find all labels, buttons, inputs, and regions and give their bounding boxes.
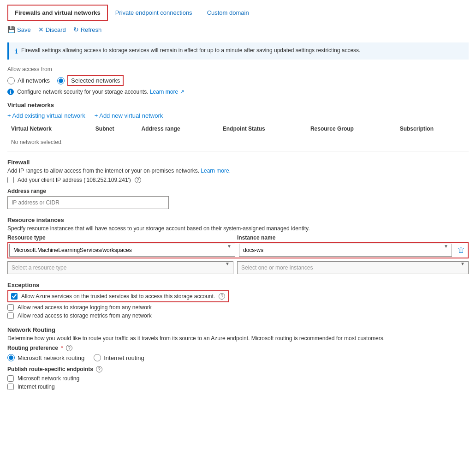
resource-type-header: Resource type — [7, 234, 233, 241]
firewall-section: Firewall Add IP ranges to allow access f… — [7, 159, 469, 209]
exception-item-2: Allow read access to storage logging fro… — [7, 304, 469, 311]
config-note: ℹ Configure network security for your st… — [7, 89, 469, 95]
instance-select-2[interactable]: Select one or more instances — [237, 261, 469, 274]
microsoft-routing-option[interactable]: Microsoft network routing — [7, 354, 84, 361]
save-icon: 💾 — [7, 26, 15, 33]
network-routing-section: Network Routing Determine how you would … — [7, 326, 469, 390]
network-routing-desc: Determine how you would like to route yo… — [7, 335, 469, 342]
info-icon: ℹ — [15, 48, 18, 55]
col-resource-group: Resource Group — [307, 123, 396, 135]
resource-type-select-1[interactable]: Microsoft.MachineLearningServices/worksp… — [9, 244, 235, 257]
resource-row-2: Select a resource type ▼ Select one or m… — [7, 261, 469, 274]
refresh-icon: ↻ — [73, 26, 79, 33]
microsoft-routing-radio[interactable] — [7, 354, 15, 361]
address-range-input[interactable] — [7, 196, 169, 209]
publish-section: Publish route-specific endpoints ? Micro… — [7, 366, 469, 390]
exception-item-3: Allow read access to storage metrics fro… — [7, 312, 469, 319]
exception-label-1: Allow Azure services on the trusted serv… — [21, 293, 215, 300]
publish-info-icon[interactable]: ? — [96, 366, 102, 372]
client-ip-checkbox-item: Add your client IP address ('108.252.109… — [7, 177, 469, 183]
publish-microsoft-checkbox[interactable] — [7, 375, 14, 382]
all-networks-radio[interactable] — [7, 77, 15, 84]
publish-option-2: Internet routing — [7, 384, 469, 390]
instance-select-1[interactable]: docs-ws — [239, 244, 452, 257]
info-icon-small: ℹ — [7, 89, 14, 95]
discard-icon: ✕ — [38, 26, 44, 33]
routing-pref-info-icon[interactable]: ? — [66, 345, 72, 351]
learn-more-link-2[interactable]: Learn more. — [201, 168, 231, 174]
allow-access-section: Allow access from All networks Selected … — [7, 66, 469, 95]
instance-wrapper-2: Select one or more instances ▼ — [237, 261, 469, 274]
publish-microsoft-label: Microsoft network routing — [18, 375, 79, 382]
add-existing-vnet-button[interactable]: + Add existing virtual network — [7, 112, 85, 119]
internet-routing-radio[interactable] — [94, 354, 101, 361]
learn-more-link-1[interactable]: Learn more ↗ — [150, 89, 184, 95]
delete-row-1-button[interactable]: 🗑 — [456, 244, 467, 256]
client-ip-info-icon[interactable]: ? — [135, 177, 141, 183]
col-address-range: Address range — [138, 123, 219, 135]
network-routing-title: Network Routing — [7, 326, 469, 333]
routing-radio-group: Microsoft network routing Internet routi… — [7, 354, 469, 361]
toolbar: 💾 Save ✕ Discard ↻ Refresh — [7, 21, 469, 38]
instance-wrapper-1: docs-ws ▼ — [239, 244, 452, 257]
selected-networks-radio[interactable] — [57, 77, 65, 84]
instance-name-header: Instance name — [237, 234, 469, 241]
address-range-label: Address range — [7, 188, 469, 194]
resource-instances-title: Resource instances — [7, 216, 469, 223]
publish-option-1: Microsoft network routing — [7, 375, 469, 382]
resource-type-wrapper-1: Microsoft.MachineLearningServices/worksp… — [9, 244, 235, 257]
tab-private-endpoints[interactable]: Private endpoint connections — [108, 5, 200, 21]
publish-label-row: Publish route-specific endpoints ? — [7, 366, 469, 372]
all-networks-option[interactable]: All networks — [7, 77, 50, 84]
refresh-button[interactable]: ↻ Refresh — [73, 26, 102, 33]
no-network-text: No network selected. — [7, 135, 469, 150]
exception-label-3: Allow read access to storage metrics fro… — [18, 312, 152, 319]
vnet-actions: + Add existing virtual network + Add new… — [7, 112, 469, 119]
resource-type-wrapper-2: Select a resource type ▼ — [7, 261, 233, 274]
client-ip-checkbox[interactable] — [7, 177, 14, 183]
exception-checkbox-3[interactable] — [7, 312, 14, 319]
tab-firewalls[interactable]: Firewalls and virtual networks — [7, 5, 108, 21]
publish-internet-label: Internet routing — [18, 384, 55, 390]
access-radio-group: All networks Selected networks — [7, 75, 469, 86]
save-button[interactable]: 💾 Save — [7, 26, 31, 33]
table-row-empty: No network selected. — [7, 135, 469, 150]
publish-internet-checkbox[interactable] — [7, 384, 14, 390]
selected-networks-option[interactable]: Selected networks — [57, 75, 124, 86]
firewall-title: Firewall — [7, 159, 469, 166]
exception-info-icon-1[interactable]: ? — [219, 293, 225, 300]
exception-item-1: Allow Azure services on the trusted serv… — [7, 290, 229, 302]
exceptions-section: Exceptions Allow Azure services on the t… — [7, 282, 469, 319]
exceptions-title: Exceptions — [7, 282, 469, 288]
routing-preference-label: Routing preference — [7, 345, 58, 351]
firewall-desc: Add IP ranges to allow access from the i… — [7, 168, 469, 174]
tab-custom-domain[interactable]: Custom domain — [200, 5, 256, 21]
address-range-field: Address range — [7, 188, 469, 209]
routing-preference-label-row: Routing preference * ? — [7, 344, 469, 351]
col-endpoint-status: Endpoint Status — [219, 123, 307, 135]
col-subnet: Subnet — [92, 123, 138, 135]
exception-checkbox-1[interactable] — [11, 293, 18, 300]
publish-label: Publish route-specific endpoints — [7, 366, 93, 372]
required-star: * — [61, 344, 63, 351]
virtual-networks-title: Virtual networks — [7, 102, 469, 108]
resource-instances-section: Resource instances Specify resource inst… — [7, 216, 469, 274]
virtual-networks-section: Virtual networks + Add existing virtual … — [7, 102, 469, 151]
resource-type-select-2[interactable]: Select a resource type — [7, 261, 233, 274]
info-banner: ℹ Firewall settings allowing access to s… — [7, 42, 469, 60]
exception-label-2: Allow read access to storage logging fro… — [18, 304, 152, 311]
resource-instances-desc: Specify resource instances that will hav… — [7, 225, 469, 232]
vnet-table: Virtual Network Subnet Address range End… — [7, 123, 469, 149]
resource-row-1: Microsoft.MachineLearningServices/worksp… — [7, 242, 469, 258]
discard-button[interactable]: ✕ Discard — [38, 26, 66, 33]
add-new-vnet-button[interactable]: + Add new virtual network — [95, 112, 163, 119]
allow-access-label: Allow access from — [7, 66, 469, 72]
col-subscription: Subscription — [396, 123, 469, 135]
col-virtual-network: Virtual Network — [7, 123, 92, 135]
exception-checkbox-2[interactable] — [7, 304, 14, 311]
resource-col-headers: Resource type Instance name — [7, 234, 469, 241]
internet-routing-option[interactable]: Internet routing — [94, 354, 144, 361]
tab-bar: Firewalls and virtual networks Private e… — [7, 5, 469, 21]
